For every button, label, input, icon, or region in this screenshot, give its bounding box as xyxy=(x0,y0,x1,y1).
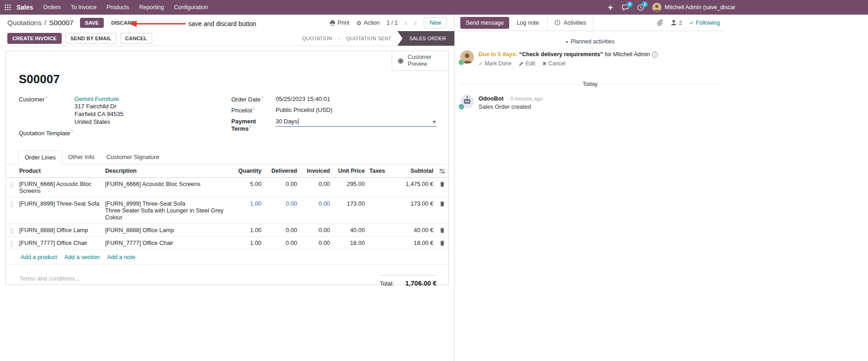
activities-clock-icon[interactable]: 2 xyxy=(637,4,644,11)
delete-line-icon[interactable] xyxy=(436,197,448,207)
cell-delivered[interactable]: 0.00 xyxy=(264,237,299,249)
send-message-button[interactable]: Send message xyxy=(460,17,509,29)
add-note-link[interactable]: Add a note xyxy=(107,254,135,260)
activities-tab[interactable]: Activities xyxy=(547,15,593,31)
app-name[interactable]: Sales xyxy=(16,4,33,11)
create-invoice-button[interactable]: CREATE INVOICE xyxy=(7,33,62,44)
cell-description[interactable]: [FURN_8999] Three-Seat SofaThree Seater … xyxy=(103,197,232,223)
cell-taxes[interactable] xyxy=(367,224,390,229)
cell-delivered[interactable]: 0.00 xyxy=(264,197,299,210)
cell-unit-price[interactable]: 295.00 xyxy=(332,178,367,190)
pricelist-row: Pricelist? Public Pricelist (USD) xyxy=(231,106,437,114)
mark-done-button[interactable]: ✓ Mark Done xyxy=(479,60,511,67)
cell-invoiced[interactable]: 0.00 xyxy=(299,197,332,210)
cell-product[interactable]: [FURN_8999] Three-Seat Sofa xyxy=(17,197,103,210)
close-icon: ✖ xyxy=(543,61,547,67)
send-by-email-button[interactable]: SEND BY EMAIL xyxy=(65,33,117,44)
cell-description[interactable]: [FURN_7777] Office Chair xyxy=(103,237,232,249)
message-author[interactable]: OdooBot xyxy=(479,95,504,102)
breadcrumb: Quotations / S00007 xyxy=(7,19,74,27)
breadcrumb-quotations[interactable]: Quotations xyxy=(7,19,42,27)
customer-address-line: 317 Fairchild Dr xyxy=(75,102,123,110)
info-icon[interactable] xyxy=(652,52,658,58)
drag-handle-icon[interactable] xyxy=(6,224,17,234)
delete-line-icon[interactable] xyxy=(436,237,448,246)
menu-products[interactable]: Products xyxy=(107,4,129,11)
cell-invoiced[interactable]: 0.00 xyxy=(299,224,332,236)
status-sales-order[interactable]: SALES ORDER xyxy=(398,31,454,46)
save-button[interactable]: SAVE xyxy=(80,18,104,28)
sparkle-icon[interactable] xyxy=(607,5,613,11)
planned-activities-header[interactable]: ▾ Planned activities xyxy=(460,38,720,45)
new-button[interactable]: New xyxy=(424,17,447,28)
cell-taxes[interactable] xyxy=(367,197,390,203)
payment-terms-field[interactable]: 30 Days ▾ xyxy=(276,118,437,127)
order-line-row[interactable]: [FURN_6666] Acoustic Bloc Screens [FURN_… xyxy=(6,178,448,197)
pricelist-field[interactable]: Public Pricelist (USD) xyxy=(276,106,332,113)
cell-taxes[interactable] xyxy=(367,237,390,242)
drag-handle-icon[interactable] xyxy=(6,197,17,207)
attachments-button[interactable] xyxy=(657,19,663,26)
edit-activity-button[interactable]: Edit xyxy=(519,60,535,67)
cell-quantity[interactable]: 1.00 xyxy=(232,237,264,249)
menu-orders[interactable]: Orders xyxy=(43,4,61,11)
drag-handle-icon[interactable] xyxy=(6,237,17,247)
delete-line-icon[interactable] xyxy=(436,178,448,187)
caret-down-icon[interactable]: ▾ xyxy=(433,119,436,125)
cell-delivered[interactable]: 0.00 xyxy=(264,224,299,236)
drag-handle-icon[interactable] xyxy=(6,178,17,188)
order-line-row[interactable]: [FURN_8999] Three-Seat Sofa [FURN_8999] … xyxy=(6,197,448,224)
user-menu[interactable]: Mitchell Admin (save_discar xyxy=(652,3,735,12)
following-button[interactable]: ✓ Following xyxy=(689,20,720,26)
cell-unit-price[interactable]: 40.00 xyxy=(332,224,367,236)
cell-quantity[interactable]: 1.00 xyxy=(232,224,264,236)
cell-unit-price[interactable]: 18.00 xyxy=(332,237,367,249)
add-section-link[interactable]: Add a section xyxy=(64,254,100,260)
cell-product[interactable]: [FURN_6666] Acoustic Bloc Screens xyxy=(17,178,103,197)
tab-other-info[interactable]: Other Info xyxy=(62,150,101,165)
cell-taxes[interactable] xyxy=(367,178,390,183)
action-button[interactable]: ⚙ Action xyxy=(356,20,379,27)
order-date-field[interactable]: 05/25/2023 15:40:01 xyxy=(276,96,330,102)
menu-configuration[interactable]: Configuration xyxy=(174,4,208,11)
customer-preview-button[interactable]: Customer Preview xyxy=(392,51,448,71)
order-line-row[interactable]: [FURN_8888] Office Lamp [FURN_8888] Offi… xyxy=(6,224,448,237)
menu-reporting[interactable]: Reporting xyxy=(139,4,164,11)
tab-customer-signature[interactable]: Customer Signature xyxy=(101,150,165,165)
total-label: Total: xyxy=(380,280,394,287)
cell-quantity[interactable]: 5.00 xyxy=(232,178,264,190)
delete-line-icon[interactable] xyxy=(436,224,448,233)
customer-link[interactable]: Gemini Furniture xyxy=(75,96,119,102)
cell-delivered[interactable]: 0.00 xyxy=(264,178,299,190)
cell-unit-price[interactable]: 173.00 xyxy=(332,197,367,210)
add-product-link[interactable]: Add a product xyxy=(21,254,57,260)
apps-menu-icon[interactable] xyxy=(5,4,11,11)
quotation-template-row: Quotation Template? xyxy=(19,129,231,137)
messages-icon[interactable]: 4 xyxy=(622,4,629,11)
cancel-activity-button[interactable]: ✖ Cancel xyxy=(543,60,566,67)
print-button[interactable]: Print xyxy=(330,20,350,26)
cell-product[interactable]: [FURN_8888] Office Lamp xyxy=(17,224,103,236)
followers-button[interactable]: 2 xyxy=(671,20,682,26)
customer-preview-label: Customer Preview xyxy=(408,54,442,68)
order-date-row: Order Date? 05/25/2023 15:40:01 xyxy=(231,96,437,103)
pager-previous-icon[interactable]: ‹ xyxy=(405,19,407,27)
cell-invoiced[interactable]: 0.00 xyxy=(299,237,332,249)
cell-quantity[interactable]: 1.00 xyxy=(232,197,264,210)
optional-columns-icon[interactable] xyxy=(436,165,448,174)
caret-down-icon: ▾ xyxy=(566,39,568,44)
log-note-button[interactable]: Log note xyxy=(517,20,539,26)
cell-invoiced[interactable]: 0.00 xyxy=(299,178,332,190)
cell-description[interactable]: [FURN_6666] Acoustic Bloc Screens xyxy=(103,178,232,190)
pager-next-icon[interactable]: › xyxy=(414,19,417,27)
cell-product[interactable]: [FURN_7777] Office Chair xyxy=(17,237,103,249)
cell-description[interactable]: [FURN_8888] Office Lamp xyxy=(103,224,232,236)
status-quotation-sent[interactable]: QUOTATION SENT xyxy=(341,31,398,46)
terms-placeholder[interactable]: Terms and conditions... xyxy=(20,275,80,287)
tab-order-lines[interactable]: Order Lines xyxy=(18,150,62,165)
cancel-order-button[interactable]: CANCEL xyxy=(120,33,152,44)
order-line-row[interactable]: [FURN_7777] Office Chair [FURN_7777] Off… xyxy=(6,237,448,250)
menu-to-invoice[interactable]: To Invoice xyxy=(71,4,96,11)
user-avatar xyxy=(652,3,661,12)
status-quotation[interactable]: QUOTATION xyxy=(296,31,338,46)
